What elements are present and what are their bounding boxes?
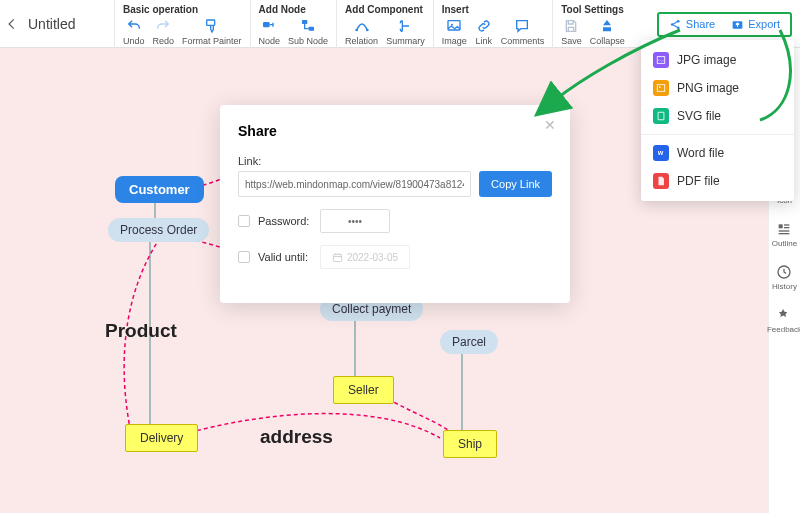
export-png[interactable]: PNG image [641,74,794,102]
export-button[interactable]: Export [723,15,788,34]
back-button[interactable] [0,0,24,48]
feedback-icon [777,307,793,323]
export-jpg[interactable]: JPG image [641,46,794,74]
format-painter-button[interactable]: Format Painter [182,17,242,46]
password-input[interactable] [320,209,390,233]
node-ship[interactable]: Ship [443,430,497,458]
summary-icon [396,17,414,35]
password-label: Password: [258,215,312,227]
close-icon[interactable]: ✕ [544,117,556,133]
svg-point-24 [659,86,661,88]
undo-icon [125,17,143,35]
relation-icon [353,17,371,35]
svg-rect-22 [657,57,665,64]
password-checkbox[interactable] [238,215,250,227]
redo-icon [154,17,172,35]
svg-rect-3 [309,27,314,31]
pdf-icon [653,173,669,189]
svg-rect-19 [779,233,790,234]
svg-rect-21 [333,254,341,261]
export-svg[interactable]: SVG file [641,102,794,130]
link-label: Link: [238,155,552,167]
svg-point-5 [366,29,369,32]
outline-icon [776,221,792,237]
redo-button[interactable]: Redo [153,17,175,46]
node-process-order[interactable]: Process Order [108,218,209,242]
svg-rect-23 [657,85,665,92]
rail-feedback[interactable]: Feedback [767,307,800,334]
svg-text:W: W [658,150,664,156]
group-add-component: Add Component Relation Summary [336,0,433,48]
valid-until-label: Valid until: [258,251,312,263]
svg-rect-2 [302,20,307,24]
chevron-left-icon [5,17,19,31]
share-link-input[interactable] [238,171,471,197]
save-button[interactable]: Save [561,17,582,46]
word-icon: W [653,145,669,161]
jpg-icon [653,52,669,68]
svg-rect-18 [779,230,790,231]
link-icon [475,17,493,35]
node-delivery[interactable]: Delivery [125,424,198,452]
export-pdf[interactable]: PDF file [641,167,794,195]
collapse-icon [598,17,616,35]
group-tool-settings: Tool Settings Save Collapse [552,0,633,48]
label-address: address [260,426,333,448]
share-button[interactable]: Share [661,15,723,34]
comments-button[interactable]: Comments [501,17,545,46]
export-icon [731,18,744,31]
comment-icon [513,17,531,35]
group-basic-operation: Basic operation Undo Redo Format Painter [114,0,250,48]
save-icon [562,17,580,35]
svg-rect-17 [784,227,789,228]
share-icon [669,18,682,31]
export-separator [641,134,794,135]
undo-button[interactable]: Undo [123,17,145,46]
document-title[interactable]: Untitled [24,0,114,48]
copy-link-button[interactable]: Copy Link [479,171,552,197]
svg-rect-1 [263,22,270,27]
share-title: Share [238,123,552,139]
valid-until-checkbox[interactable] [238,251,250,263]
export-word[interactable]: W Word file [641,139,794,167]
image-icon [445,17,463,35]
svg-point-4 [355,29,358,32]
node-customer[interactable]: Customer [115,176,204,203]
svg-rect-16 [784,224,789,225]
node-icon [260,17,278,35]
svg-rect-0 [206,20,214,25]
link-button[interactable]: Link [475,17,493,46]
rail-history[interactable]: History [772,264,797,291]
node-seller[interactable]: Seller [333,376,394,404]
node-parcel[interactable]: Parcel [440,330,498,354]
share-modal: Share ✕ Link: Copy Link Password: Valid … [220,105,570,303]
format-painter-icon [203,17,221,35]
export-menu: JPG image PNG image SVG file W Word file… [641,40,794,201]
summary-button[interactable]: Summary [386,17,425,46]
rail-outline[interactable]: Outline [772,221,797,248]
group-insert: Insert Image Link Comments [433,0,553,48]
png-icon [653,80,669,96]
calendar-icon [332,252,343,263]
svg-icon [653,108,669,124]
svg-rect-15 [779,224,783,228]
node-button[interactable]: Node [259,17,281,46]
collapse-button[interactable]: Collapse [590,17,625,46]
valid-until-input[interactable]: 2022-03-05 [320,245,410,269]
history-icon [776,264,792,280]
relation-button[interactable]: Relation [345,17,378,46]
sub-node-button[interactable]: Sub Node [288,17,328,46]
label-product: Product [105,320,177,342]
group-add-node: Add Node Node Sub Node [250,0,337,48]
image-button[interactable]: Image [442,17,467,46]
sub-node-icon [299,17,317,35]
share-export-highlight: Share Export [657,12,792,37]
